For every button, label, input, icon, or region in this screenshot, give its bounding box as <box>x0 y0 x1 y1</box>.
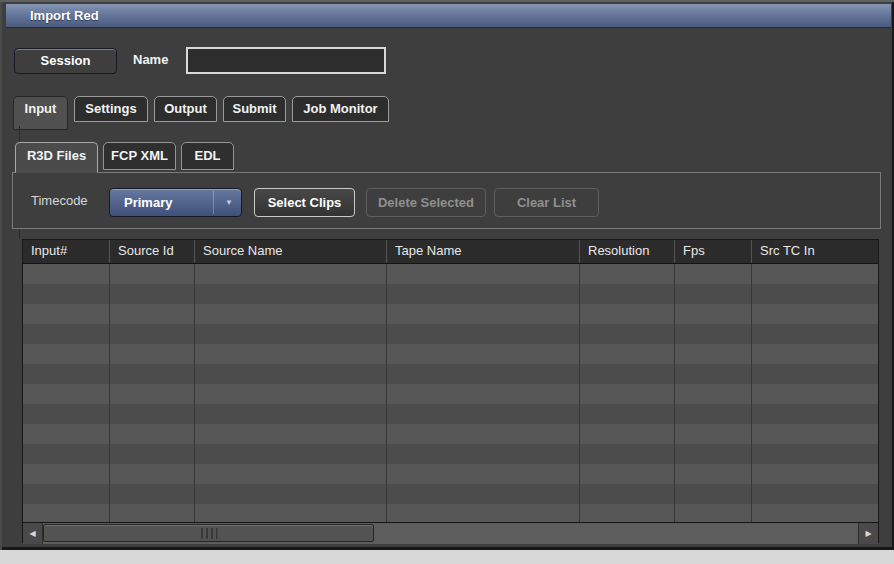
table-cell <box>579 284 674 304</box>
table-cell <box>751 444 878 464</box>
name-label: Name <box>133 52 168 67</box>
table-row[interactable] <box>23 364 878 384</box>
table-row[interactable] <box>23 464 878 484</box>
table-cell <box>579 324 674 344</box>
table-cell <box>751 384 878 404</box>
table-cell <box>674 404 751 424</box>
dropdown-divider <box>213 191 214 214</box>
table-cell <box>194 444 386 464</box>
timecode-dropdown[interactable]: Primary ▼ <box>109 188 242 217</box>
table-row[interactable] <box>23 404 878 424</box>
table-row[interactable] <box>23 304 878 324</box>
column-header-tape-name[interactable]: Tape Name <box>386 240 579 263</box>
table-cell <box>23 324 109 344</box>
table-cell <box>23 344 109 364</box>
table-cell <box>194 424 386 444</box>
table-cell <box>23 404 109 424</box>
table-cell <box>23 484 109 504</box>
table-cell <box>386 504 579 522</box>
column-header-fps[interactable]: Fps <box>674 240 751 263</box>
table-row[interactable] <box>23 444 878 464</box>
table-cell <box>579 404 674 424</box>
table-cell <box>386 464 579 484</box>
table-cell <box>194 484 386 504</box>
tab-fcp-xml[interactable]: FCP XML <box>103 142 176 170</box>
table-cell <box>386 324 579 344</box>
column-header-input[interactable]: Input# <box>23 240 109 263</box>
table-cell <box>579 424 674 444</box>
table-cell <box>109 504 194 522</box>
table-row[interactable] <box>23 264 878 284</box>
table-cell <box>23 264 109 284</box>
scrollbar-thumb[interactable] <box>43 524 374 542</box>
table-cell <box>751 264 878 284</box>
title-bar[interactable]: Import Red <box>6 4 891 28</box>
main-tab-bar: Input Settings Output Submit Job Monitor <box>13 96 389 130</box>
table-cell <box>674 464 751 484</box>
table-body[interactable] <box>23 264 878 522</box>
table-row[interactable] <box>23 504 878 522</box>
select-clips-button[interactable]: Select Clips <box>254 188 355 217</box>
column-header-src-tc-in[interactable]: Src TC In <box>751 240 878 263</box>
table-cell <box>23 384 109 404</box>
table-cell <box>109 464 194 484</box>
table-cell <box>579 344 674 364</box>
table-cell <box>23 424 109 444</box>
tab-r3d-files[interactable]: R3D Files <box>15 142 98 173</box>
column-header-source-name[interactable]: Source Name <box>194 240 386 263</box>
table-cell <box>386 424 579 444</box>
table-cell <box>109 484 194 504</box>
table-cell <box>751 344 878 364</box>
table-cell <box>674 364 751 384</box>
table-row[interactable] <box>23 424 878 444</box>
tab-output[interactable]: Output <box>154 96 217 122</box>
table-row[interactable] <box>23 344 878 364</box>
tab-submit[interactable]: Submit <box>223 96 286 122</box>
table-cell <box>194 344 386 364</box>
scroll-right-button[interactable]: ▶ <box>858 523 878 544</box>
table-cell <box>194 464 386 484</box>
session-button[interactable]: Session <box>14 48 117 74</box>
horizontal-scrollbar[interactable]: ◀ ▶ <box>23 522 878 544</box>
table-cell <box>109 364 194 384</box>
sub-tab-bar: R3D Files FCP XML EDL <box>15 142 234 173</box>
clear-list-button[interactable]: Clear List <box>494 188 599 217</box>
table-cell <box>109 384 194 404</box>
table-cell <box>579 364 674 384</box>
table-cell <box>194 364 386 384</box>
table-cell <box>386 364 579 384</box>
table-row[interactable] <box>23 384 878 404</box>
tab-settings[interactable]: Settings <box>74 96 148 122</box>
table-cell <box>194 304 386 324</box>
table-cell <box>674 304 751 324</box>
table-cell <box>674 384 751 404</box>
tab-job-monitor[interactable]: Job Monitor <box>292 96 389 122</box>
table-cell <box>579 304 674 324</box>
tab-input[interactable]: Input <box>13 96 68 130</box>
table-row[interactable] <box>23 324 878 344</box>
table-cell <box>674 344 751 364</box>
scroll-left-icon: ◀ <box>29 529 35 538</box>
tab-edl[interactable]: EDL <box>181 142 234 170</box>
table-cell <box>23 464 109 484</box>
table-cell <box>751 364 878 384</box>
table-cell <box>674 284 751 304</box>
name-input[interactable] <box>186 47 386 74</box>
scrollbar-grip-icon <box>200 528 217 539</box>
table-cell <box>109 304 194 324</box>
table-row[interactable] <box>23 284 878 304</box>
table-row[interactable] <box>23 484 878 504</box>
table-cell <box>194 324 386 344</box>
dropdown-arrow-icon: ▼ <box>225 189 233 216</box>
import-red-window: Import Red Session Name Input Settings O… <box>0 0 894 550</box>
column-header-source-id[interactable]: Source Id <box>109 240 194 263</box>
clip-table: Input# Source Id Source Name Tape Name R… <box>22 239 879 543</box>
table-cell <box>109 424 194 444</box>
table-cell <box>386 284 579 304</box>
table-cell <box>109 264 194 284</box>
scroll-left-button[interactable]: ◀ <box>23 523 43 544</box>
table-cell <box>674 424 751 444</box>
column-header-resolution[interactable]: Resolution <box>579 240 674 263</box>
delete-selected-button[interactable]: Delete Selected <box>366 188 486 217</box>
table-cell <box>674 264 751 284</box>
